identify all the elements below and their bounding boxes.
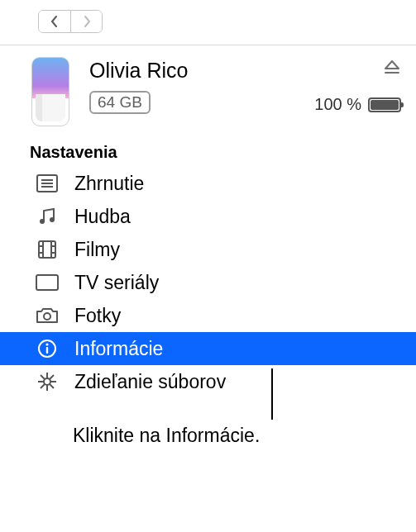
toolbar <box>0 0 416 45</box>
sidebar-item-label: Zhrnutie <box>74 173 144 195</box>
svg-point-19 <box>44 378 50 385</box>
device-right-column: 100 % <box>314 57 401 114</box>
sidebar-item-tv[interactable]: TV seriály <box>0 266 416 299</box>
sidebar-item-label: Zdieľanie súborov <box>74 371 226 393</box>
tv-icon <box>35 274 60 291</box>
sidebar-item-movies[interactable]: Filmy <box>0 233 416 266</box>
device-thumbnail <box>31 57 69 126</box>
film-icon <box>35 240 60 259</box>
back-button[interactable] <box>39 11 70 32</box>
svg-rect-18 <box>46 347 48 354</box>
callout-line <box>271 368 273 420</box>
camera-icon <box>35 306 60 325</box>
sidebar-item-label: Fotky <box>74 305 121 327</box>
svg-point-17 <box>45 343 48 345</box>
storage-badge: 64 GB <box>89 91 151 114</box>
battery-status: 100 % <box>314 95 401 114</box>
sidebar-item-label: TV seriály <box>74 272 159 294</box>
section-title: Nastavenia <box>0 135 416 167</box>
sidebar-item-info[interactable]: Informácie <box>0 332 416 365</box>
svg-point-6 <box>50 217 55 222</box>
sidebar-item-music[interactable]: Hudba <box>0 200 416 233</box>
sidebar-item-label: Filmy <box>74 239 120 261</box>
svg-line-26 <box>50 375 54 379</box>
info-icon <box>35 339 60 359</box>
svg-line-25 <box>50 384 54 388</box>
apps-icon <box>35 371 60 392</box>
battery-percent: 100 % <box>314 95 361 114</box>
sidebar-item-summary[interactable]: Zhrnutie <box>0 167 416 200</box>
music-icon <box>35 207 60 226</box>
sidebar-item-filesharing[interactable]: Zdieľanie súborov <box>0 365 416 398</box>
sidebar-item-label: Hudba <box>74 206 131 228</box>
eject-button[interactable] <box>383 59 401 77</box>
device-name: Olivia Rico <box>89 59 314 83</box>
svg-rect-7 <box>39 241 55 258</box>
summary-icon <box>35 174 60 192</box>
svg-point-5 <box>40 219 45 224</box>
sidebar-item-label: Informácie <box>74 338 163 360</box>
nav-buttons <box>38 10 103 33</box>
svg-line-24 <box>41 375 45 379</box>
device-header: Olivia Rico 64 GB 100 % <box>0 45 416 135</box>
forward-button[interactable] <box>70 11 102 32</box>
svg-point-15 <box>44 313 50 320</box>
callout: Kliknite na Informácie. <box>73 400 346 447</box>
settings-list: Zhrnutie Hudba Filmy TV seriály Fotky In… <box>0 167 416 398</box>
callout-text: Kliknite na Informácie. <box>73 400 346 447</box>
device-info: Olivia Rico 64 GB <box>69 57 314 114</box>
sidebar-item-photos[interactable]: Fotky <box>0 299 416 332</box>
svg-rect-14 <box>36 275 58 290</box>
svg-line-27 <box>41 384 45 388</box>
battery-icon <box>368 97 401 112</box>
